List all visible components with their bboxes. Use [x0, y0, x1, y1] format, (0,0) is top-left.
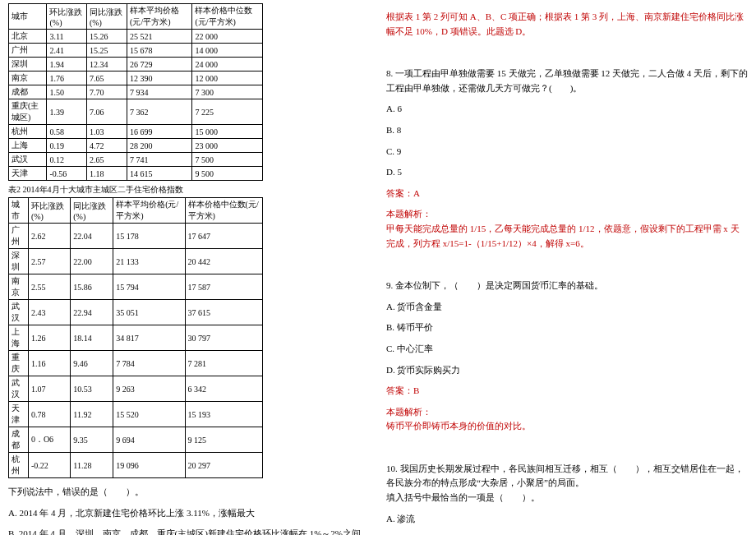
q8-option-a: A. 6 — [386, 102, 748, 117]
t1-c: 14 615 — [127, 167, 192, 181]
t1-h-3: 样本平均价格(元/平方米) — [127, 4, 192, 30]
t1-c: 16 699 — [127, 125, 192, 139]
t1-c: 7 500 — [192, 153, 263, 167]
t1-h-1: 环比涨跌(%) — [47, 4, 86, 30]
t1-c: 1.39 — [47, 99, 86, 125]
q8-answer: 答案：A — [386, 187, 748, 201]
t1-c: 成都 — [9, 85, 47, 99]
t1-c: 7.06 — [86, 99, 127, 125]
q7-option-b: B. 2014 年 4 月，深圳、南京、成都、重庆(主城区)新建住宅价格环比涨幅… — [8, 527, 370, 535]
t1-h-4: 样本价格中位数(元/平方米) — [192, 4, 263, 30]
t1-c: 1.03 — [86, 125, 127, 139]
t2-c: 15 794 — [113, 274, 185, 300]
t2-c: 20 297 — [185, 453, 262, 478]
t2-c: 南京 — [9, 274, 29, 300]
q8-option-b: B. 8 — [386, 123, 748, 138]
q10-stem-1: 10. 我国历史长期发展过程中，各民族间相互迁移，相互（ ），相互交错居住在一起… — [386, 462, 748, 491]
t2-c: 9 694 — [113, 427, 185, 453]
t2-c: 35 051 — [113, 300, 185, 325]
q9-option-d: D. 货币实际购买力 — [386, 363, 748, 378]
t1-c: 28 200 — [127, 139, 192, 153]
t1-c: 天津 — [9, 167, 47, 181]
t1-c: -0.56 — [47, 167, 86, 181]
q9-stem: 9. 金本位制下，（ ）是决定两国货币汇率的基础。 — [386, 279, 748, 293]
q7-parse: 根据表 1 第 2 列可知 A、B、C 项正确；根据表 1 第 3 列，上海、南… — [386, 10, 748, 39]
t2-c: 6 342 — [185, 376, 262, 402]
t2-h-2: 同比涨跌(%) — [71, 198, 113, 224]
t1-c: 0.19 — [47, 139, 86, 153]
t1-c: 0.58 — [47, 125, 86, 139]
table-2: 城市 环比涨跌(%) 同比涨跌(%) 样本平均价格(元/平方米) 样本价格中位数… — [8, 197, 263, 478]
q9-option-b: B. 铸币平价 — [386, 321, 748, 335]
t2-c: 22.04 — [71, 224, 113, 249]
q9-option-a: A. 货币含金量 — [386, 300, 748, 315]
table-2-title: 表2 2014年4月十大城市主城区二手住宅价格指数 — [8, 184, 370, 196]
t2-c: 11.28 — [71, 453, 113, 478]
t2-h-1: 环比涨跌(%) — [28, 198, 70, 224]
t2-c: 2.62 — [28, 224, 70, 249]
t2-c: 1.07 — [28, 376, 70, 402]
t1-c: 武汉 — [9, 153, 47, 167]
t2-c: 9 263 — [113, 376, 185, 402]
t1-c: 1.94 — [47, 58, 86, 71]
t2-c: 9 125 — [185, 427, 262, 453]
t1-c: 4.72 — [86, 139, 127, 153]
t1-c: 3.11 — [47, 30, 86, 44]
t2-c: 21 133 — [113, 249, 185, 274]
t2-c: 1.16 — [28, 351, 70, 376]
q7-option-a: A. 2014 年 4 月，北京新建住宅价格环比上涨 3.11%，涨幅最大 — [8, 506, 370, 521]
t1-c: 23 000 — [192, 139, 263, 153]
t1-c: 0.12 — [47, 153, 86, 167]
t1-c: 26 729 — [127, 58, 192, 71]
t1-c: 南京 — [9, 71, 47, 85]
t2-c: 30 797 — [185, 325, 262, 351]
table-1: 城市 环比涨跌(%) 同比涨跌(%) 样本平均价格(元/平方米) 样本价格中位数… — [8, 3, 263, 181]
t1-c: 2.65 — [86, 153, 127, 167]
t2-c: 0.78 — [28, 402, 70, 427]
t2-c: 深圳 — [9, 249, 29, 274]
t1-c: 7 300 — [192, 85, 263, 99]
t1-c: 12 000 — [192, 71, 263, 85]
q9-parse: 铸币平价即铸币本身的价值的对比。 — [386, 419, 748, 434]
t2-c: 20 442 — [185, 249, 262, 274]
t2-c: 34 817 — [113, 325, 185, 351]
t2-c: 上海 — [9, 325, 29, 351]
t2-c: 2.57 — [28, 249, 70, 274]
t1-c: 杭州 — [9, 125, 47, 139]
t2-c: 重庆 — [9, 351, 29, 376]
t1-c: 7 362 — [127, 99, 192, 125]
t1-c: 1.18 — [86, 167, 127, 181]
q9-option-c: C. 中心汇率 — [386, 342, 748, 357]
t2-c: 22.94 — [71, 300, 113, 325]
t2-c: 1.26 — [28, 325, 70, 351]
t1-c: 15 000 — [192, 125, 263, 139]
t1-c: 9 500 — [192, 167, 263, 181]
q8-stem: 8. 一项工程由甲单独做需要 15 天做完，乙单独做需要 12 天做完，二人合做… — [386, 67, 748, 95]
q8-parse-label: 本题解析： — [386, 207, 748, 222]
t2-c: 11.92 — [71, 402, 113, 427]
t1-c: 15.26 — [86, 30, 127, 44]
t1-c: 14 000 — [192, 44, 263, 58]
t2-c: 10.53 — [71, 376, 113, 402]
t1-c: 重庆(主城区) — [9, 99, 47, 125]
t2-c: 2.43 — [28, 300, 70, 325]
t1-c: 15 678 — [127, 44, 192, 58]
t2-c: 18.14 — [71, 325, 113, 351]
t1-c: 15.25 — [86, 44, 127, 58]
q8-option-d: D. 5 — [386, 165, 748, 180]
t2-c: 2.55 — [28, 274, 70, 300]
t1-c: 24 000 — [192, 58, 263, 71]
t2-c: 武汉 — [9, 300, 29, 325]
t1-c: 7 741 — [127, 153, 192, 167]
t2-c: 19 096 — [113, 453, 185, 478]
t1-c: 7.70 — [86, 85, 127, 99]
q10-option-a: A. 渗流 — [386, 512, 748, 527]
t2-c: 杭州 — [9, 453, 29, 478]
q8-parse: 甲每天能完成总量的 1/15，乙每天能完成总量的 1/12，依题意，假设剩下的工… — [386, 222, 748, 251]
q10-stem-2: 填入括号中最恰当的一项是（ ）。 — [386, 491, 748, 505]
t2-c: 0．O6 — [28, 427, 70, 453]
t2-c: 7 281 — [185, 351, 262, 376]
q9-answer: 答案：B — [386, 384, 748, 399]
t2-c: 7 784 — [113, 351, 185, 376]
t1-c: 7.65 — [86, 71, 127, 85]
